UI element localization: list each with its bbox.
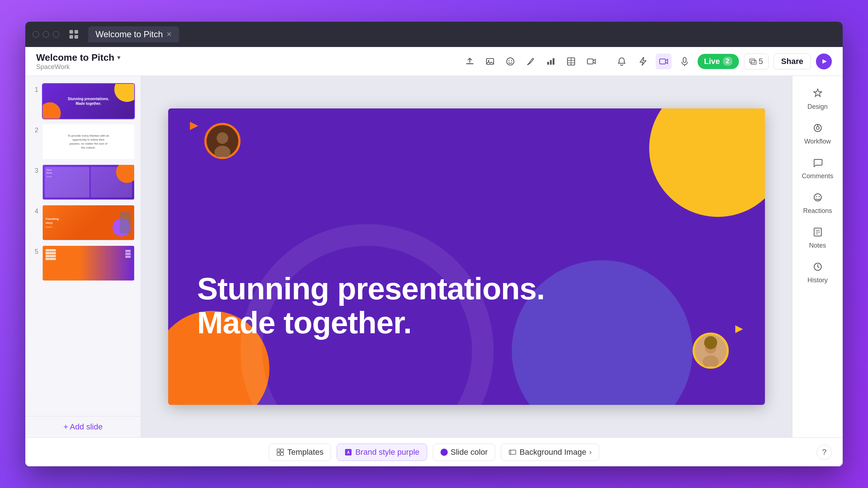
slide-thumbnail[interactable]: To provide every Martian with anopportun… <box>42 124 135 160</box>
svg-point-9 <box>511 60 512 61</box>
svg-rect-42 <box>281 449 284 452</box>
video-tool-btn[interactable] <box>583 53 599 69</box>
share-button[interactable]: Share <box>774 53 811 69</box>
cursor-arrow-bottom: ▶ <box>735 322 743 334</box>
bolt-btn[interactable] <box>635 53 651 69</box>
mic-btn[interactable] <box>677 53 693 69</box>
title-chevron-icon[interactable]: ▾ <box>117 53 120 61</box>
bell-btn[interactable] <box>614 53 630 69</box>
avatar-top <box>204 123 241 159</box>
live-count: 2 <box>723 57 732 66</box>
brand-style-button[interactable]: A Brand style purple <box>337 444 427 461</box>
close-btn[interactable] <box>53 31 59 38</box>
notes-icon <box>813 227 823 240</box>
slide-thumbnail[interactable]: Foundingstory ●●●●● <box>42 205 135 241</box>
slide-color-label: Slide color <box>451 448 488 457</box>
maximize-btn[interactable] <box>43 31 49 38</box>
upload-tool-btn[interactable] <box>462 53 478 69</box>
reactions-icon <box>813 192 823 205</box>
slide-thumbnail[interactable]: ████████████████████████████████ ███████… <box>42 245 135 281</box>
headline-line2: Made together. <box>197 305 736 340</box>
svg-rect-18 <box>660 59 665 64</box>
camera-btn[interactable] <box>656 53 672 69</box>
svg-rect-1 <box>75 30 78 34</box>
toolbar-tools <box>462 53 599 69</box>
bg-circle-yellow <box>649 108 765 217</box>
svg-rect-43 <box>277 453 280 455</box>
help-label: ? <box>822 448 826 457</box>
slide-thumbnail[interactable]: TeamName ●●●●● <box>42 164 135 200</box>
workflow-icon <box>813 123 823 136</box>
presentation-title: Welcome to Pitch <box>36 52 114 63</box>
add-slide-button[interactable]: + Add slide <box>25 416 141 437</box>
sidebar-item-history[interactable]: History <box>796 257 839 289</box>
title-bar: Welcome to Pitch ✕ <box>25 22 843 47</box>
svg-point-24 <box>217 132 228 144</box>
slides-count-btn[interactable]: 5 <box>744 53 769 69</box>
svg-rect-21 <box>750 59 755 63</box>
sidebar-item-design[interactable]: Design <box>796 83 839 116</box>
svg-point-8 <box>509 60 510 61</box>
svg-rect-41 <box>277 449 280 452</box>
slides-count: 5 <box>759 57 763 66</box>
table-tool-btn[interactable] <box>563 53 579 69</box>
active-tab[interactable]: Welcome to Pitch ✕ <box>88 26 179 42</box>
help-button[interactable]: ? <box>817 445 832 460</box>
minimize-btn[interactable] <box>33 31 39 38</box>
slide-color-dot <box>441 449 448 456</box>
slide-canvas[interactable]: ▶ Stunning presentations. Made together. <box>168 108 765 405</box>
history-icon <box>813 262 823 274</box>
window-controls <box>33 31 59 38</box>
cursor-arrow-top: ▶ <box>190 119 198 131</box>
workflow-label: Workflow <box>804 138 831 145</box>
tab-title: Welcome to Pitch <box>95 29 163 39</box>
slide-list: 1 Stunning presentations.Made together. <box>25 76 141 416</box>
slide-number: 4 <box>31 207 38 215</box>
slide-item[interactable]: 3 TeamName ●●●●● <box>31 164 135 200</box>
background-chevron-icon: › <box>589 448 592 456</box>
toolbar-right: Live 2 5 Share <box>614 53 832 69</box>
slide-number: 2 <box>31 127 38 134</box>
background-image-button[interactable]: Background Image › <box>501 444 599 461</box>
slide-thumbnail[interactable]: Stunning presentations.Made together. <box>42 83 135 119</box>
templates-button[interactable]: Templates <box>269 444 331 461</box>
svg-point-6 <box>488 60 489 61</box>
svg-rect-17 <box>587 59 593 64</box>
draw-tool-btn[interactable] <box>523 53 539 69</box>
slide-panel: 1 Stunning presentations.Made together. <box>25 76 141 437</box>
play-button[interactable] <box>816 53 832 69</box>
tab-close-icon[interactable]: ✕ <box>166 30 172 38</box>
sidebar-item-comments[interactable]: Comments <box>796 153 839 185</box>
slide-number: 3 <box>31 167 38 175</box>
app-window: Welcome to Pitch ✕ Welcome to Pitch ▾ Sp… <box>25 22 843 466</box>
slide-item[interactable]: 2 To provide every Martian with anopport… <box>31 124 135 160</box>
live-label: Live <box>704 57 720 66</box>
header-toolbar: Welcome to Pitch ▾ SpaceWork <box>25 47 843 76</box>
slide-item[interactable]: 4 Foundingstory ●●●●● <box>31 205 135 241</box>
brand-style-label: Brand style purple <box>355 448 419 457</box>
history-label: History <box>807 277 827 284</box>
slide-color-button[interactable]: Slide color <box>433 444 495 461</box>
slide-number: 1 <box>31 86 38 94</box>
svg-rect-22 <box>751 60 756 64</box>
workspace-label: SpaceWork <box>36 63 120 71</box>
slide-item[interactable]: 5 ████████████████████████████████ █████… <box>31 245 135 281</box>
sidebar-item-workflow[interactable]: Workflow <box>796 118 839 150</box>
image-tool-btn[interactable] <box>482 53 498 69</box>
sidebar-item-notes[interactable]: Notes <box>796 222 839 254</box>
share-label: Share <box>781 57 803 66</box>
chart-tool-btn[interactable] <box>543 53 559 69</box>
emoji-tool-btn[interactable] <box>502 53 518 69</box>
slide-canvas-area: ▶ Stunning presentations. Made together. <box>141 76 792 437</box>
svg-point-35 <box>818 196 820 197</box>
svg-rect-10 <box>547 62 549 65</box>
add-slide-label: + Add slide <box>63 422 102 431</box>
header-title-row: Welcome to Pitch ▾ <box>36 52 120 63</box>
sidebar-item-reactions[interactable]: Reactions <box>796 187 839 220</box>
slide-item[interactable]: 1 Stunning presentations.Made together. <box>31 83 135 119</box>
svg-point-7 <box>507 58 514 65</box>
comments-icon <box>813 158 823 170</box>
svg-rect-44 <box>281 453 284 455</box>
svg-rect-0 <box>69 30 73 34</box>
live-button[interactable]: Live 2 <box>698 54 739 69</box>
